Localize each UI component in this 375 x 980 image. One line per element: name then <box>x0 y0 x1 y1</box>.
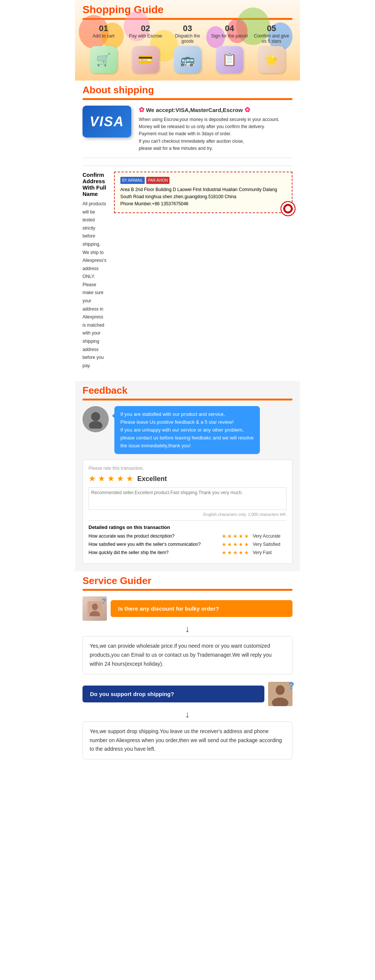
svg-point-0 <box>91 412 100 421</box>
r1-s3[interactable]: ★ <box>233 533 238 539</box>
rating-label: Excellent <box>137 475 167 483</box>
shopping-guide-title: Shopping Guide <box>83 4 292 16</box>
step-1-number: 01 <box>99 24 108 33</box>
step-5: 05 Comfirm and give us 5 stars ⭐ <box>253 24 290 73</box>
step-3-icon: 🚌 <box>174 46 201 73</box>
steps-row: 01 Add to cart 🛒 02 Pay with Escrow 💳 03… <box>83 24 292 73</box>
r1-s5[interactable]: ★ <box>244 533 249 539</box>
step-2-icon: 💳 <box>132 46 159 73</box>
r2-s2[interactable]: ★ <box>227 541 232 547</box>
svg-point-3 <box>92 603 98 610</box>
rating-stars-1: ★ ★ ★ ★ ★ <box>222 533 249 539</box>
par-avion-text: PAR AVION <box>146 177 169 184</box>
star-1[interactable]: ★ <box>88 474 96 484</box>
shipping-divider <box>83 158 292 158</box>
r1-s1[interactable]: ★ <box>222 533 227 539</box>
shopping-guide-bar <box>83 18 292 20</box>
step-4-number: 04 <box>225 24 234 33</box>
flower-right-icon: ✿ <box>244 106 250 113</box>
person-1-icon <box>88 601 102 616</box>
r3-s5[interactable]: ★ <box>244 550 249 555</box>
address-note-2: We ship to Aliexpress's address ONLY. <box>83 249 107 281</box>
q2-text: Do you support drop shipping? <box>90 691 174 697</box>
about-shipping-title: About shipping <box>83 84 292 96</box>
step-1-label: Add to cart <box>93 33 114 44</box>
airmail-badge: BY AIRMAIL PAR AVION <box>120 177 286 184</box>
rating-label-3: How quickly did the seller ship the item… <box>88 550 218 555</box>
r3-s1[interactable]: ★ <box>222 550 227 555</box>
qa-person-2-container: ? <box>268 682 292 706</box>
service-guider-title: Service Guider <box>83 575 292 587</box>
step-2: 02 Pay with Escrow 💳 <box>127 24 164 73</box>
step-5-label: Comfirm and give us 5 stars <box>253 33 290 44</box>
step-3: 03 Dispatch the goods 🚌 <box>169 24 206 73</box>
stars-row: ★ ★ ★ ★ ★ Excellent <box>88 474 287 484</box>
step-4-icon: 📋 <box>216 46 243 73</box>
service-guider-bar <box>83 589 292 591</box>
r2-s5[interactable]: ★ <box>244 541 249 547</box>
step-4-label: Sign for the parcel <box>211 33 247 44</box>
service-guider-section: Service Guider ? Is there any discount f… <box>75 571 300 778</box>
review-box: Please rate this transaction. ★ ★ ★ ★ ★ … <box>83 460 292 564</box>
q1-bubble: Is there any discount for bulky order? <box>111 600 292 617</box>
shopping-guide-section: Shopping Guide 01 Add to cart 🛒 02 Pay w… <box>75 0 300 81</box>
r2-s4[interactable]: ★ <box>238 541 243 547</box>
qa-container: ? Is there any discount for bulky order?… <box>83 597 292 759</box>
qa-header-2: Do you support drop shipping? ? <box>83 682 292 706</box>
rating-row-2: How satisfied were you with the seller's… <box>88 541 287 547</box>
arrow-down-2: ↓ <box>83 709 292 720</box>
review-textarea[interactable] <box>88 487 287 510</box>
star-5[interactable]: ★ <box>126 474 134 484</box>
payment-title-text: We accept:VISA,MasterCard,Escrow <box>146 107 243 113</box>
flower-left-icon: ✿ <box>139 106 144 113</box>
svg-point-1 <box>89 421 102 429</box>
r3-s2[interactable]: ★ <box>227 550 232 555</box>
r1-s4[interactable]: ★ <box>238 533 243 539</box>
r1-s2[interactable]: ★ <box>227 533 232 539</box>
avatar <box>83 406 109 432</box>
question-mark-2: ? <box>288 680 294 692</box>
visa-text: VISA <box>89 114 124 130</box>
feedback-title: Feedback <box>83 385 292 396</box>
r3-s3[interactable]: ★ <box>233 550 238 555</box>
address-note-3: Please make sure your address in Aliexpr… <box>83 281 107 370</box>
payment-section: VISA ✿ We accept:VISA,MasterCard,Escrow … <box>83 106 292 152</box>
feedback-bar <box>83 399 292 401</box>
r2-s3[interactable]: ★ <box>233 541 238 547</box>
a1-text: Yes,we can provide wholesale price.If yo… <box>89 643 271 667</box>
address-note-1: All products will be tested strictly bef… <box>83 200 107 249</box>
step-2-label: Pay with Escrow <box>129 33 162 44</box>
feedback-chat-bubble: If you are statisfied with our product a… <box>114 406 260 454</box>
address-title: Confirm Address With Full Name <box>83 172 107 197</box>
chat-area: If you are statisfied with our product a… <box>83 406 292 454</box>
star-4[interactable]: ★ <box>116 474 124 484</box>
q2-bubble: Do you support drop shipping? <box>83 686 264 702</box>
qa-item-1: ? Is there any discount for bulky order?… <box>83 597 292 674</box>
rating-row-1: How accurate was the product description… <box>88 533 287 539</box>
address-info: Confirm Address With Full Name All produ… <box>83 172 107 370</box>
about-shipping-section: About shipping VISA ✿ We accept:VISA,Mas… <box>75 81 300 381</box>
envelope-address: Area B 2nd Floor Building D Laowei First… <box>120 186 286 208</box>
a2-text: Yes,we support drop shipping.You leave u… <box>89 728 282 752</box>
step-1-icon: 🛒 <box>90 46 117 73</box>
step-4: 04 Sign for the parcel 📋 <box>211 24 248 73</box>
answer-box-1: Yes,we can provide wholesale price.If yo… <box>83 636 292 674</box>
star-2[interactable]: ★ <box>98 474 105 484</box>
star-3[interactable]: ★ <box>107 474 115 484</box>
qa-person-1: ? <box>83 597 107 621</box>
r2-s1[interactable]: ★ <box>222 541 227 547</box>
q1-text: Is there any discount for bulky order? <box>118 605 219 612</box>
rating-row-3: How quickly did the seller ship the item… <box>88 550 287 555</box>
r3-s4[interactable]: ★ <box>238 550 243 555</box>
step-5-icon: ⭐ <box>258 46 285 73</box>
step-3-label: Dispatch the goods <box>169 33 206 44</box>
avatar-icon <box>86 410 105 429</box>
step-5-number: 05 <box>267 24 276 33</box>
step-3-number: 03 <box>183 24 192 33</box>
rating-stars-2: ★ ★ ★ ★ ★ <box>222 541 249 547</box>
target-icon <box>281 201 295 216</box>
rating-stars-3: ★ ★ ★ ★ ★ <box>222 550 249 555</box>
rating-label-1: How accurate was the product description… <box>88 533 218 539</box>
answer-box-2: Yes,we support drop shipping.You leave u… <box>83 722 292 759</box>
airmail-text: BY AIRMAIL <box>120 177 145 184</box>
